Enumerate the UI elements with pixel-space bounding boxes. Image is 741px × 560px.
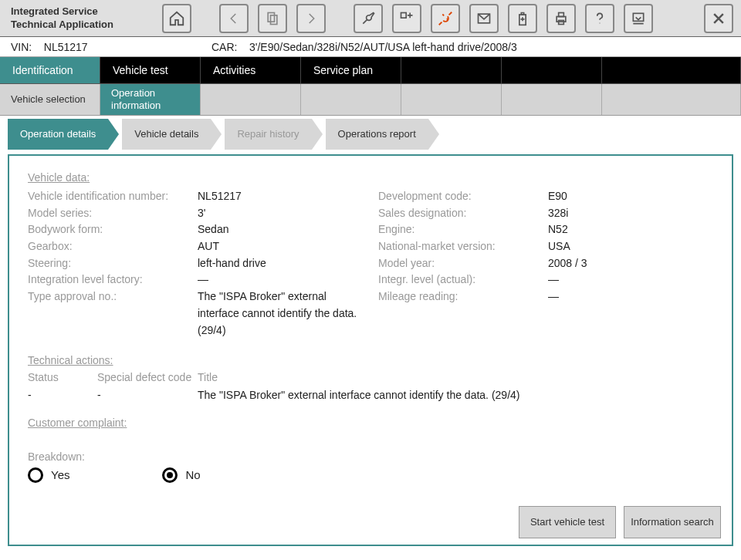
radio-icon <box>28 467 43 483</box>
value-mileage: — <box>548 288 713 305</box>
tab2-empty-5 <box>602 84 741 115</box>
battery-icon <box>515 11 530 26</box>
tab-operation-information-label: Operation information <box>111 87 189 111</box>
tab-vehicle-selection-label: Vehicle selection <box>11 93 86 106</box>
vin-value: NL51217 <box>44 41 88 53</box>
svg-rect-6 <box>559 12 564 16</box>
value-integ-actual: — <box>548 272 713 288</box>
tab-vehicle-test[interactable]: Vehicle test <box>100 57 201 83</box>
tech-row-code: - <box>97 389 198 401</box>
breakdown-no-option[interactable]: No <box>162 467 200 483</box>
battery-button[interactable] <box>508 4 537 33</box>
breakdown-yes-label: Yes <box>51 468 69 481</box>
section-technical-actions: Technical actions: <box>28 354 713 366</box>
secondary-tabs: Vehicle selection Operation information <box>0 84 741 116</box>
label-dev-code: Development code: <box>378 188 548 205</box>
tech-header-title: Title <box>198 371 713 384</box>
value-natmarket: USA <box>548 238 713 255</box>
app-title-line1: Integrated Service <box>11 5 151 19</box>
tab-identification[interactable]: Identification <box>0 57 100 83</box>
value-vin: NL51217 <box>198 188 363 205</box>
wrench-icon <box>360 11 376 26</box>
section-breakdown: Breakdown: <box>28 450 713 463</box>
tab-empty-1 <box>401 57 502 83</box>
value-dev-code: E90 <box>548 188 713 205</box>
value-steering: left-hand drive <box>198 255 363 272</box>
value-modelyear: 2008 / 3 <box>548 255 713 272</box>
label-gearbox: Gearbox: <box>28 238 198 255</box>
car-label: CAR: <box>211 41 237 53</box>
breakdown-radio-group: Yes No <box>28 467 713 483</box>
connection-button[interactable] <box>431 4 460 33</box>
value-engine: N52 <box>548 221 713 238</box>
label-natmarket: National-market version: <box>378 238 548 255</box>
tab-operations-report[interactable]: Operations report <box>326 119 428 150</box>
history-button[interactable] <box>258 4 287 33</box>
tab-service-plan[interactable]: Service plan <box>301 57 401 83</box>
label-bodywork: Bodywork form: <box>28 221 198 238</box>
label-integ-factory: Integration level factory: <box>28 272 198 288</box>
value-model-series: 3' <box>198 205 363 222</box>
information-search-button[interactable]: Information search <box>624 506 721 538</box>
tab2-empty-1 <box>201 84 301 115</box>
label-vin: Vehicle identification number: <box>28 188 198 205</box>
tab-activities[interactable]: Activities <box>201 57 301 83</box>
tab-operation-details[interactable]: Operation details <box>8 119 108 150</box>
section-customer-complaint: Customer complaint: <box>28 417 713 429</box>
tab-vehicle-details-label: Vehicle details <box>134 128 198 140</box>
tab2-empty-4 <box>502 84 602 115</box>
print-button[interactable] <box>546 4 576 33</box>
measure-icon <box>399 11 414 26</box>
minimize-button[interactable] <box>624 4 653 33</box>
value-type-approval: The "ISPA Broker" external interface can… <box>198 288 363 339</box>
tab2-empty-2 <box>301 84 401 115</box>
value-integ-factory: — <box>198 272 363 288</box>
tech-header-status: Status <box>28 371 97 384</box>
primary-tabs: Identification Vehicle test Activities S… <box>0 57 741 84</box>
label-model-series: Model series: <box>28 205 198 222</box>
car-value: 3'/E90/Sedan/328i/N52/AUT/USA left-hand … <box>249 41 517 53</box>
tab-empty-2 <box>502 57 602 83</box>
app-title-line2: Technical Application <box>11 19 151 32</box>
radio-checked-icon <box>162 467 178 483</box>
label-modelyear: Model year: <box>378 255 548 272</box>
chevron-right-icon <box>304 12 318 25</box>
main-panel: Vehicle data: Vehicle identification num… <box>8 154 733 546</box>
close-icon <box>711 11 726 26</box>
tab-vehicle-details[interactable]: Vehicle details <box>122 119 211 150</box>
tab-operations-report-label: Operations report <box>338 128 416 140</box>
measure-button[interactable] <box>392 4 421 33</box>
plug-icon <box>437 10 454 27</box>
app-bar: Integrated Service Technical Application <box>0 0 741 37</box>
footer-buttons: Start vehicle test Information search <box>519 506 721 538</box>
value-bodywork: Sedan <box>198 221 363 238</box>
tab-vehicle-selection[interactable]: Vehicle selection <box>0 84 100 115</box>
app-title: Integrated Service Technical Application <box>0 1 162 36</box>
tab-operation-information[interactable]: Operation information <box>100 84 201 115</box>
nav-back-button[interactable] <box>219 4 249 33</box>
tab-repair-history-label: Repair history <box>237 128 299 140</box>
chevron-left-icon <box>227 12 241 25</box>
print-icon <box>553 11 569 26</box>
mail-icon <box>476 11 492 26</box>
tab2-empty-3 <box>401 84 502 115</box>
breakdown-yes-option[interactable]: Yes <box>28 467 69 483</box>
mail-button[interactable] <box>469 4 499 33</box>
pages-icon <box>265 11 280 26</box>
start-vehicle-test-button[interactable]: Start vehicle test <box>519 506 616 538</box>
vin-label: VIN: <box>11 41 32 53</box>
start-vehicle-test-label: Start vehicle test <box>530 516 604 528</box>
label-type-approval: Type approval no.: <box>28 288 198 339</box>
tab-repair-history[interactable]: Repair history <box>225 119 311 150</box>
help-icon <box>592 11 607 26</box>
label-integ-actual: Integr. level (actual): <box>378 272 548 288</box>
close-button[interactable] <box>704 4 733 33</box>
tools-button[interactable] <box>354 4 383 33</box>
tab-empty-3 <box>602 57 741 83</box>
home-button[interactable] <box>162 4 191 33</box>
toolbar <box>162 4 741 33</box>
help-button[interactable] <box>585 4 614 33</box>
tech-header-code: Special defect code <box>97 371 198 384</box>
nav-forward-button[interactable] <box>296 4 326 33</box>
information-search-label: Information search <box>631 516 714 528</box>
